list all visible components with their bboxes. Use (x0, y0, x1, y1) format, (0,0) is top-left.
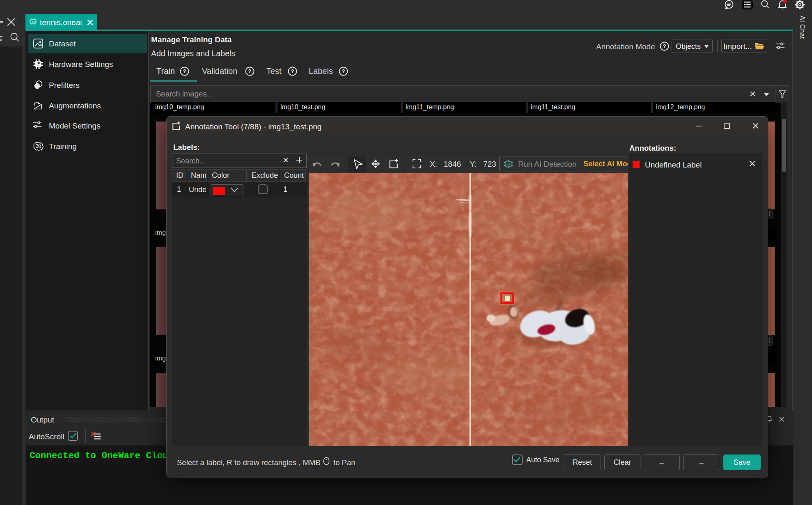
svg-text:?: ? (248, 68, 252, 74)
svg-text:?: ? (663, 43, 666, 49)
svg-text:AI: AI (32, 20, 35, 24)
svg-text:?: ? (183, 68, 186, 74)
svg-text:?: ? (291, 68, 294, 74)
svg-text:?: ? (342, 68, 345, 74)
svg-text:AI: AI (507, 162, 510, 167)
